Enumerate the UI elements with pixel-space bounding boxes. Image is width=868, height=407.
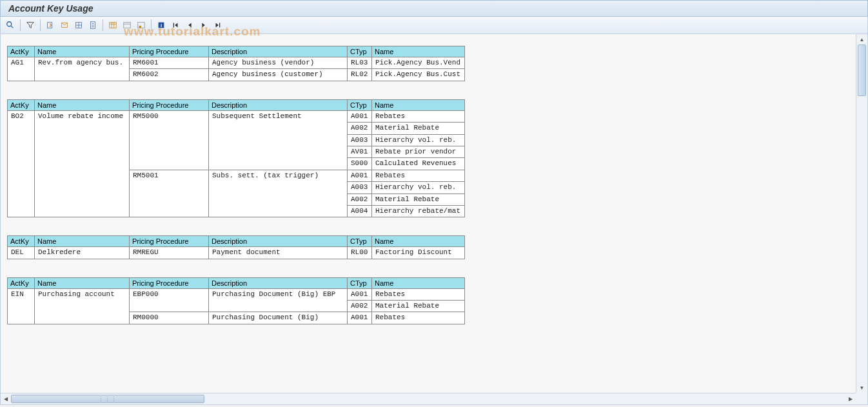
cell-desc: Subs. sett. (tax trigger) — [209, 170, 348, 217]
column-header[interactable]: Pricing Procedure — [130, 277, 209, 288]
cell-name2: Calculated Revenues — [372, 158, 465, 170]
cell-name2: Material Rebate — [372, 194, 465, 205]
cell-name2: Pick.Agency Bus.Cust — [372, 69, 465, 81]
table-row[interactable]: EINPurchasing accountEBP000Purchasing Do… — [8, 288, 465, 300]
account-key-table: ActKyNamePricing ProcedureDescriptionCTy… — [7, 46, 465, 81]
table-row[interactable]: BO2Volume rebate incomeRM5000Subsequent … — [8, 110, 465, 122]
svg-text:i: i — [161, 23, 162, 28]
page-title: Account Key Usage — [8, 3, 93, 14]
cell-name2: Hierarchy vol. reb. — [372, 134, 465, 146]
scroll-down-arrow[interactable]: ▼ — [856, 382, 867, 393]
column-header[interactable]: ActKy — [8, 277, 35, 288]
toolbar: i — [0, 17, 868, 34]
toolbar-separator — [103, 19, 103, 31]
column-header[interactable]: ActKy — [8, 236, 35, 247]
account-key-table: ActKyNamePricing ProcedureDescriptionCTy… — [7, 235, 465, 259]
column-header[interactable]: Name — [372, 236, 465, 247]
next-page-icon[interactable] — [197, 19, 210, 32]
column-header[interactable]: Name — [35, 99, 130, 110]
cell-ctyp: A002 — [348, 123, 372, 134]
filter-icon[interactable] — [24, 19, 37, 32]
column-header[interactable]: Description — [209, 277, 348, 288]
table-header-row: ActKyNamePricing ProcedureDescriptionCTy… — [8, 277, 465, 288]
column-header[interactable]: CTyp — [348, 277, 372, 288]
account-key-table: ActKyNamePricing ProcedureDescriptionCTy… — [7, 99, 465, 218]
export-icon[interactable] — [44, 19, 57, 32]
column-header[interactable]: Pricing Procedure — [130, 99, 209, 110]
scroll-thumb[interactable]: ⋮⋮⋮ — [11, 395, 204, 403]
svg-line-1 — [11, 26, 14, 28]
content-wrapper: ActKyNamePricing ProcedureDescriptionCTy… — [0, 34, 868, 405]
table-header-row: ActKyNamePricing ProcedureDescriptionCTy… — [8, 236, 465, 247]
table-header-row: ActKyNamePricing ProcedureDescriptionCTy… — [8, 99, 465, 110]
svg-rect-18 — [139, 26, 142, 28]
cell-ctyp: A003 — [348, 182, 372, 194]
table-row[interactable]: DELDelkredereRMREGUPayment documentRL00F… — [8, 247, 465, 259]
cell-name2: Hierarchy rebate/mat — [372, 205, 465, 217]
layout-select-icon[interactable] — [121, 19, 133, 32]
column-header[interactable]: Name — [35, 46, 130, 57]
cell-desc: Purchasing Document (Big) — [209, 312, 348, 324]
column-header[interactable]: Name — [372, 46, 465, 57]
cell-ctyp: A002 — [348, 301, 372, 312]
column-header[interactable]: Description — [209, 46, 348, 57]
page-title-bar: Account Key Usage — [0, 0, 868, 17]
cell-ctyp: A003 — [348, 134, 372, 146]
cell-ctyp: RL00 — [348, 247, 372, 259]
cell-name2: Rebates — [372, 170, 465, 181]
column-header[interactable]: CTyp — [348, 99, 372, 110]
send-icon[interactable] — [58, 19, 71, 32]
scroll-track[interactable] — [856, 45, 867, 382]
cell-actky: BO2 — [8, 110, 35, 217]
cell-name2: Hierarchy vol. reb. — [372, 182, 465, 194]
cell-ctyp: A002 — [348, 194, 372, 205]
toolbar-separator — [151, 19, 152, 31]
cell-proc: RM6002 — [130, 69, 209, 81]
cell-name2: Material Rebate — [372, 123, 465, 134]
layout-save-icon[interactable] — [135, 19, 148, 32]
vertical-scrollbar[interactable]: ▲ ▼ — [856, 34, 867, 393]
cell-desc: Purchasing Document (Big) EBP — [209, 288, 348, 312]
column-header[interactable]: Description — [209, 236, 348, 247]
cell-name: Purchasing account — [35, 288, 130, 324]
layout-change-icon[interactable] — [106, 19, 119, 32]
detail-icon[interactable] — [4, 19, 17, 32]
cell-ctyp: RL03 — [348, 57, 372, 69]
first-page-icon[interactable] — [169, 19, 182, 32]
column-header[interactable]: ActKy — [8, 46, 35, 57]
scroll-left-arrow[interactable]: ◀ — [1, 393, 11, 404]
info-icon[interactable]: i — [155, 19, 168, 32]
account-key-table: ActKyNamePricing ProcedureDescriptionCTy… — [7, 277, 465, 324]
wordprocess-icon[interactable] — [86, 19, 99, 32]
scroll-track[interactable]: ⋮⋮⋮ — [11, 393, 845, 404]
column-header[interactable]: Description — [209, 99, 348, 110]
cell-actky: DEL — [8, 247, 35, 259]
column-header[interactable]: Name — [372, 277, 465, 288]
column-header[interactable]: Name — [372, 99, 465, 110]
scroll-right-arrow[interactable]: ▶ — [845, 393, 856, 404]
cell-desc: Subsequent Settlement — [209, 110, 348, 170]
prev-page-icon[interactable] — [183, 19, 196, 32]
cell-desc: Payment document — [209, 247, 348, 259]
cell-ctyp: RL02 — [348, 69, 372, 81]
scroll-thumb[interactable] — [858, 45, 866, 96]
column-header[interactable]: CTyp — [348, 236, 372, 247]
cell-proc: RM5001 — [130, 170, 209, 217]
column-header[interactable]: Name — [35, 236, 130, 247]
cell-name2: Rebates — [372, 312, 465, 324]
cell-proc: RMREGU — [130, 247, 209, 259]
column-header[interactable]: Pricing Procedure — [130, 46, 209, 57]
column-header[interactable]: ActKy — [8, 99, 35, 110]
spreadsheet-icon[interactable] — [72, 19, 85, 32]
column-header[interactable]: CTyp — [348, 46, 372, 57]
cell-proc: RM6001 — [130, 57, 209, 69]
horizontal-scrollbar[interactable]: ◀ ⋮⋮⋮ ▶ — [1, 393, 856, 404]
table-row[interactable]: AG1Rev.from agency bus.RM6001Agency busi… — [8, 57, 465, 69]
scroll-up-arrow[interactable]: ▲ — [856, 34, 867, 45]
toolbar-separator — [40, 19, 41, 31]
column-header[interactable]: Name — [35, 277, 130, 288]
column-header[interactable]: Pricing Procedure — [130, 236, 209, 247]
cell-name2: Rebates — [372, 288, 465, 300]
last-page-icon[interactable] — [212, 19, 224, 32]
cell-proc: RM0000 — [130, 312, 209, 324]
